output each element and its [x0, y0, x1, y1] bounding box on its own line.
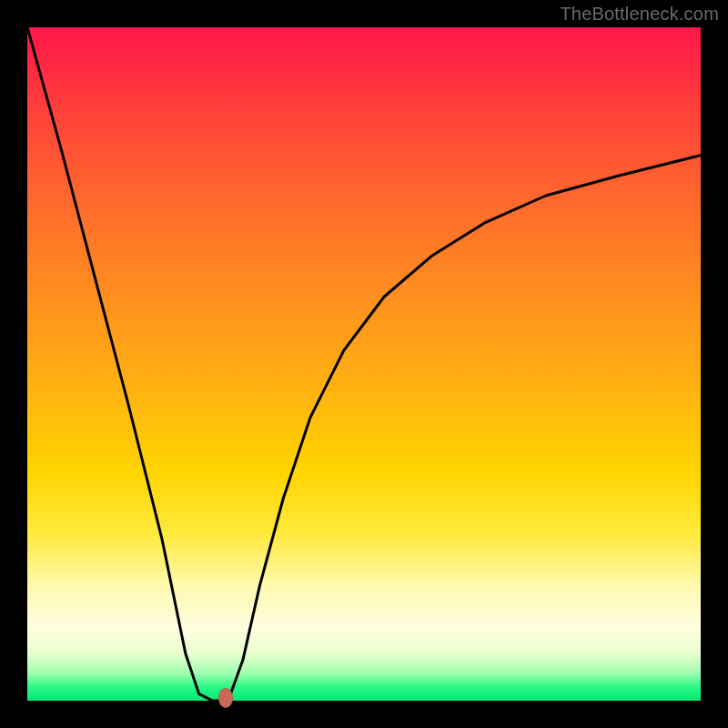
- watermark-text: TheBottleneck.com: [560, 4, 719, 25]
- bottleneck-curve-path: [27, 27, 701, 701]
- plot-area: [27, 27, 701, 701]
- optimum-marker: [218, 688, 233, 708]
- chart-frame: TheBottleneck.com: [0, 0, 728, 728]
- curve-svg: [27, 27, 701, 701]
